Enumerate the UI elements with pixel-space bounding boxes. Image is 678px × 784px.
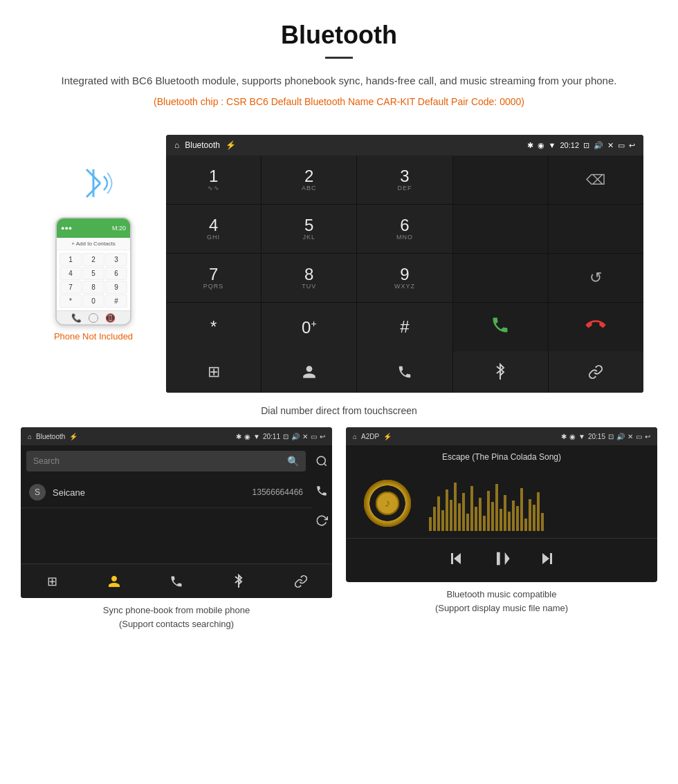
phonebook-screen-wrap: ⌂ Bluetooth ⚡ ✱ ◉ ▼ 20:11 ⊡ 🔊 ✕ ▭ ↩	[21, 427, 332, 631]
viz-bar	[533, 505, 535, 531]
pb-bluetooth-bottom-icon[interactable]	[208, 564, 270, 598]
dial-backspace-button[interactable]: ⌫	[549, 156, 643, 204]
viz-bar	[454, 483, 457, 531]
dial-end-button[interactable]	[549, 303, 643, 351]
pb-vol-icon[interactable]: 🔊	[291, 433, 300, 440]
home-icon[interactable]: ⌂	[174, 140, 179, 150]
svg-point-6	[317, 456, 325, 465]
music-close-icon[interactable]: ✕	[627, 433, 633, 440]
search-placeholder: Search	[33, 456, 59, 466]
phone-icon[interactable]	[357, 351, 452, 393]
usb-icon: ⚡	[226, 140, 236, 150]
pb-wifi-icon: ▼	[253, 433, 260, 440]
phone-key-8: 8	[82, 281, 104, 294]
dial-key-9[interactable]: 9 WXYZ	[357, 254, 452, 302]
dial-call-button[interactable]	[453, 303, 548, 351]
phone-end-icon: 📵	[105, 313, 116, 323]
dial-key-5[interactable]: 5 JKL	[262, 205, 356, 253]
pb-phone-right-icon[interactable]	[311, 480, 332, 505]
dial-key-3[interactable]: 3 DEF	[357, 156, 452, 204]
pb-back-icon[interactable]: ↩	[320, 433, 325, 440]
dial-key-6[interactable]: 6 MNO	[357, 205, 452, 253]
svg-rect-14	[550, 553, 552, 564]
dial-key-4[interactable]: 4 GHI	[166, 205, 261, 253]
music-status-right: ✱ ◉ ▼ 20:15 ⊡ 🔊 ✕ ▭ ↩	[561, 433, 650, 440]
status-left: ⌂ Bluetooth ⚡	[174, 140, 236, 150]
contact-name: Seicane	[53, 487, 253, 498]
next-track-button[interactable]	[539, 550, 556, 570]
phonebook-bottom-bar: ⊞	[21, 563, 332, 598]
phone-top-bar: ●●● M:20	[57, 218, 130, 238]
vinyl-record: ♪	[360, 476, 415, 531]
bottom-screenshots: ⌂ Bluetooth ⚡ ✱ ◉ ▼ 20:11 ⊡ 🔊 ✕ ▭ ↩	[0, 427, 678, 651]
music-cam-icon[interactable]: ⊡	[608, 433, 614, 440]
svg-marker-13	[542, 553, 549, 564]
back-icon[interactable]: ↩	[629, 141, 635, 150]
phone-key-4: 4	[59, 267, 82, 280]
viz-bar	[433, 507, 436, 531]
phone-key-1: 1	[59, 253, 82, 266]
camera-icon[interactable]: ⊡	[583, 141, 589, 150]
dialpad-icon[interactable]: ⊞	[166, 351, 261, 393]
prev-track-button[interactable]	[448, 550, 464, 570]
dial-key-star[interactable]: *	[166, 303, 261, 351]
dial-refresh-button[interactable]: ↺	[549, 254, 643, 302]
phone-key-0: 0	[82, 295, 104, 308]
music-time: 20:15	[588, 433, 605, 440]
music-vol-icon[interactable]: 🔊	[616, 433, 625, 440]
pb-home-icon[interactable]: ⌂	[28, 433, 32, 440]
pb-refresh-right-icon[interactable]	[311, 510, 332, 534]
viz-bar	[441, 510, 444, 531]
screen-icon[interactable]: ▭	[618, 141, 625, 150]
viz-bar	[487, 491, 490, 531]
music-back-icon[interactable]: ↩	[645, 433, 650, 440]
viz-bar	[491, 502, 494, 531]
pb-contacts-active-icon[interactable]	[83, 564, 145, 598]
phone-keypad: 1 2 3 4 5 6 7 8 9 * 0 #	[57, 250, 130, 310]
dial-key-2[interactable]: 2 ABC	[262, 156, 356, 204]
music-screen: ⌂ A2DP ⚡ ✱ ◉ ▼ 20:15 ⊡ 🔊 ✕ ▭ ↩ Escape (T…	[346, 427, 657, 582]
pb-phone-bottom-icon[interactable]	[145, 564, 208, 598]
pb-title: Bluetooth	[36, 433, 65, 440]
phonebook-search-bar[interactable]: Search 🔍	[26, 451, 306, 472]
wifi-icon: ▼	[549, 141, 556, 149]
pb-close-icon[interactable]: ✕	[302, 433, 308, 440]
bluetooth-specs: (Bluetooth chip : CSR BC6 Default Blueto…	[42, 96, 636, 107]
pb-cam-icon[interactable]: ⊡	[283, 433, 288, 440]
music-title: A2DP	[361, 433, 379, 440]
contacts-icon[interactable]	[262, 351, 356, 393]
play-pause-button[interactable]	[492, 549, 511, 572]
pb-link-bottom-icon[interactable]	[270, 564, 332, 598]
music-song-title: Escape (The Pina Colada Song)	[346, 445, 657, 469]
close-icon[interactable]: ✕	[607, 141, 614, 150]
phone-key-star: *	[59, 295, 82, 308]
pb-screen-icon[interactable]: ▭	[311, 433, 317, 440]
volume-icon[interactable]: 🔊	[594, 141, 603, 150]
music-screen-icon[interactable]: ▭	[636, 433, 642, 440]
phonebook-content: Search 🔍 S Seicane 13566664466	[21, 445, 332, 563]
viz-bar	[541, 513, 544, 531]
dial-bottom-bar: ⊞	[166, 351, 643, 393]
viz-bar	[483, 516, 486, 531]
music-bt-icon: ✱	[561, 433, 567, 440]
link-icon[interactable]	[549, 351, 643, 393]
phone-key-6: 6	[105, 267, 127, 280]
phone-key-3: 3	[105, 253, 127, 266]
pb-search-right-icon[interactable]	[311, 451, 332, 475]
viz-bar	[458, 503, 461, 531]
page-description: Integrated with BC6 Bluetooth module, su…	[42, 73, 636, 89]
dial-key-1[interactable]: 1 ∿∿	[166, 156, 261, 204]
phonebook-screen: ⌂ Bluetooth ⚡ ✱ ◉ ▼ 20:11 ⊡ 🔊 ✕ ▭ ↩	[21, 427, 332, 598]
dial-key-8[interactable]: 8 TUV	[262, 254, 356, 302]
bluetooth-icon[interactable]	[453, 351, 548, 393]
contact-row[interactable]: S Seicane 13566664466	[21, 477, 311, 508]
music-home-icon[interactable]: ⌂	[353, 433, 357, 440]
status-right: ✱ ◉ ▼ 20:12 ⊡ 🔊 ✕ ▭ ↩	[527, 141, 635, 150]
dial-key-0[interactable]: 0+	[262, 303, 356, 351]
pb-dialpad-icon[interactable]: ⊞	[21, 564, 83, 598]
dial-key-7[interactable]: 7 PQRS	[166, 254, 261, 302]
viz-bar	[462, 493, 465, 531]
dial-display-area: 1 ∿∿ 2 ABC 3 DEF ⌫ 4 GHI 5 JKL	[166, 156, 643, 351]
viz-bar	[537, 492, 540, 531]
dial-key-hash[interactable]: #	[357, 303, 452, 351]
